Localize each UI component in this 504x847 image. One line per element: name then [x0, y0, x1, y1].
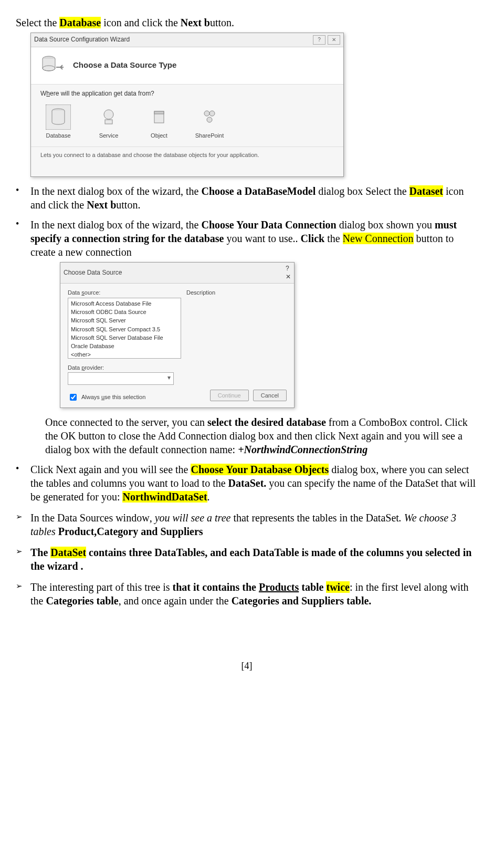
dialog-prompt: Where will the application get data from… — [31, 85, 343, 101]
option-database[interactable]: Database — [40, 104, 76, 139]
after-dialog-paragraph: Once connected to the server, you can se… — [45, 415, 478, 456]
dialog-titlebar: Data Source Configuration Wizard ? ✕ — [31, 33, 343, 47]
option-object[interactable]: Object — [141, 104, 177, 139]
list-item[interactable]: Microsoft SQL Server — [69, 316, 180, 325]
list-item[interactable]: Microsoft SQL Server Database File — [69, 333, 180, 342]
service-icon — [96, 104, 121, 130]
help-button[interactable]: ? — [313, 35, 326, 45]
database-header-icon — [40, 55, 66, 76]
help-button-2[interactable]: ? — [286, 265, 291, 273]
always-use-label: Always use this selection — [81, 393, 145, 401]
bullet-item-3: Click Next again and you will see the Ch… — [16, 463, 478, 504]
option-sharepoint[interactable]: SharePoint — [192, 104, 227, 139]
data-provider-label: Data provider: — [68, 364, 287, 371]
close-button-2[interactable]: ✕ — [286, 273, 291, 281]
list-item[interactable]: Microsoft Access Database File — [69, 299, 180, 308]
svg-point-3 — [104, 110, 113, 119]
object-icon — [146, 104, 172, 130]
arrow-item-2: The DataSet contains three DataTables, a… — [16, 546, 478, 573]
window-buttons-2: ? ✕ — [286, 265, 291, 281]
dialog-header: Choose a Data Source Type — [31, 47, 343, 85]
instruction-line: Select the Database icon and click the N… — [16, 16, 478, 29]
list-item[interactable]: <other> — [69, 350, 180, 358]
description-label: Description — [186, 289, 287, 296]
arrow-item-1: In the Data Sources window, you will see… — [16, 511, 478, 538]
dialog-header-text: Choose a Data Source Type — [73, 60, 176, 70]
dialog-description: Lets you connect to a database and choos… — [31, 147, 343, 176]
option-service[interactable]: Service — [91, 104, 127, 139]
dialog2-titlebar: Choose Data Source ? ✕ — [60, 263, 294, 284]
data-source-options: Database Service Object SharePoint — [31, 101, 343, 147]
page-number: [4] — [16, 660, 478, 672]
choose-data-source-dialog: Choose Data Source ? ✕ Data source: Micr… — [60, 262, 295, 408]
data-source-label: Data source: — [68, 289, 178, 296]
svg-rect-6 — [154, 111, 164, 114]
data-source-listbox[interactable]: Microsoft Access Database File Microsoft… — [68, 298, 181, 359]
svg-point-8 — [209, 111, 215, 116]
bullet-item-1: In the next dialog box of the wizard, th… — [16, 184, 478, 212]
svg-point-9 — [207, 117, 212, 122]
cancel-button[interactable]: Cancel — [253, 390, 287, 401]
svg-rect-4 — [105, 120, 112, 124]
dialog2-title: Choose Data Source — [64, 269, 122, 277]
close-button[interactable]: ✕ — [328, 35, 340, 45]
list-item[interactable]: Oracle Database — [69, 342, 180, 350]
dialog-title: Data Source Configuration Wizard — [34, 36, 130, 44]
svg-point-7 — [204, 111, 209, 116]
window-buttons: ? ✕ — [313, 35, 340, 45]
list-item[interactable]: Microsoft SQL Server Compact 3.5 — [69, 325, 180, 333]
database-icon — [46, 104, 71, 130]
data-provider-dropdown[interactable] — [68, 372, 174, 385]
bullet-item-2: In the next dialog box of the wizard, th… — [16, 218, 478, 456]
sharepoint-icon — [197, 104, 222, 130]
arrow-item-3: The interesting part of this tree is tha… — [16, 580, 478, 608]
always-use-checkbox[interactable] — [70, 394, 77, 401]
list-item[interactable]: Microsoft ODBC Data Source — [69, 308, 180, 316]
continue-button[interactable]: Continue — [210, 390, 249, 401]
data-source-wizard-dialog: Data Source Configuration Wizard ? ✕ Cho… — [30, 33, 344, 177]
